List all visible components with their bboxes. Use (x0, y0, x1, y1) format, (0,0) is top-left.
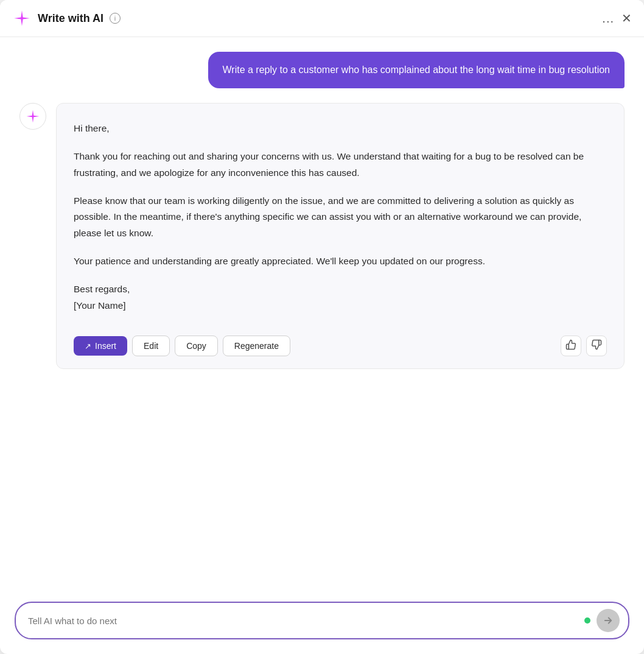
copy-button[interactable]: Copy (175, 336, 218, 356)
chat-area: Write a reply to a customer who has comp… (0, 37, 644, 592)
send-icon (603, 615, 614, 626)
app-title: Write with AI (38, 12, 103, 25)
insert-arrow-icon: ↗ (85, 342, 91, 351)
insert-button[interactable]: ↗ Insert (74, 336, 127, 356)
action-buttons: ↗ Insert Edit Copy Regenerate (74, 326, 607, 356)
edit-button[interactable]: Edit (132, 336, 170, 356)
header-right: ... ✕ (602, 11, 632, 26)
status-dot (584, 617, 590, 624)
close-icon[interactable]: ✕ (621, 11, 632, 26)
action-buttons-left: ↗ Insert Edit Copy Regenerate (74, 336, 290, 356)
ai-paragraph-2: Please know that our team is working dil… (74, 193, 607, 241)
more-options-icon[interactable]: ... (602, 12, 614, 26)
ai-sign-off: Best regards, (74, 284, 130, 294)
input-wrapper (15, 602, 629, 639)
ai-response: Hi there, Thank you for reaching out and… (19, 103, 625, 369)
ai-paragraph-1: Thank you for reaching out and sharing y… (74, 149, 607, 181)
info-icon[interactable]: i (110, 13, 121, 24)
ai-name: [Your Name] (74, 300, 126, 311)
ai-greeting: Hi there, (74, 123, 110, 133)
ai-input[interactable] (28, 616, 578, 626)
user-message-text: Write a reply to a customer who has comp… (223, 65, 611, 75)
ai-sparkle-icon (25, 108, 41, 124)
thumbs-down-button[interactable] (586, 336, 607, 356)
ai-paragraph-3: Your patience and understanding are grea… (74, 253, 607, 269)
thumbs-down-icon (591, 339, 602, 353)
sparkle-icon (12, 9, 32, 28)
main-window: Write with AI i ... ✕ Write a reply to a… (0, 0, 644, 654)
ai-avatar (19, 103, 46, 130)
user-message: Write a reply to a customer who has comp… (208, 52, 625, 88)
thumbs-up-button[interactable] (561, 336, 581, 356)
regenerate-button[interactable]: Regenerate (223, 336, 290, 356)
input-area (0, 592, 644, 654)
thumbs-up-icon (565, 339, 576, 353)
ai-message-container: Hi there, Thank you for reaching out and… (56, 103, 625, 369)
header-left: Write with AI i (12, 9, 121, 28)
ai-message-text: Hi there, Thank you for reaching out and… (74, 121, 607, 314)
send-button[interactable] (597, 609, 620, 632)
action-buttons-right (561, 336, 607, 356)
header: Write with AI i ... ✕ (0, 0, 644, 37)
